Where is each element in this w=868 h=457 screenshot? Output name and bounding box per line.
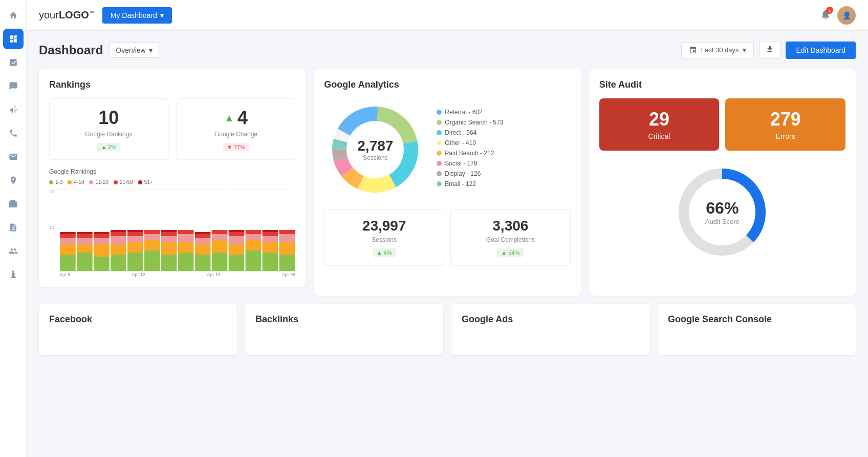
- sidebar-bag-icon[interactable]: [3, 194, 24, 214]
- svg-rect-69: [279, 234, 295, 242]
- sidebar-megaphone-icon[interactable]: [3, 99, 24, 120]
- legend-organic: Organic Search - 573: [437, 119, 503, 126]
- svg-rect-29: [144, 234, 160, 240]
- svg-rect-26: [127, 230, 143, 232]
- notification-badge: 1: [826, 7, 833, 14]
- download-button[interactable]: [759, 41, 780, 59]
- sidebar: [0, 0, 27, 457]
- sidebar-analytics-icon[interactable]: [3, 52, 24, 73]
- edit-dashboard-button[interactable]: Edit Dashboard: [786, 41, 856, 59]
- legend-email: Email - 122: [437, 180, 503, 188]
- errors-label: Errors: [735, 132, 835, 140]
- svg-rect-52: [229, 255, 245, 271]
- donut-center: 2,787 Sessions: [357, 138, 393, 161]
- svg-rect-24: [127, 236, 143, 242]
- svg-rect-4: [60, 238, 76, 244]
- svg-rect-28: [144, 240, 160, 251]
- search-console-card: Google Search Console: [658, 304, 856, 355]
- svg-rect-12: [94, 257, 110, 271]
- svg-rect-10: [77, 234, 93, 238]
- svg-rect-64: [263, 236, 278, 242]
- svg-rect-54: [229, 236, 245, 244]
- svg-rect-6: [60, 232, 76, 234]
- legend-direct: Direct - 564: [437, 129, 503, 136]
- sidebar-home-icon[interactable]: [3, 5, 24, 26]
- sidebar-chat-icon[interactable]: [3, 76, 24, 96]
- svg-rect-25: [127, 232, 143, 236]
- svg-rect-34: [161, 236, 177, 242]
- svg-rect-27: [144, 251, 160, 271]
- legend-display: Display - 126: [437, 170, 503, 177]
- chart-x-labels: Apr 5 Apr 12 Apr 19 Apr 26: [59, 272, 295, 277]
- svg-rect-32: [161, 255, 177, 271]
- page-header: Dashboard Overview ▾ Last 30 days ▾ Edit…: [39, 41, 856, 59]
- svg-rect-66: [263, 230, 278, 232]
- svg-rect-65: [263, 232, 278, 236]
- bar-chart-wrapper: [59, 230, 295, 271]
- svg-rect-42: [195, 255, 211, 271]
- goal-completions-badge: ▲ 54%: [497, 248, 524, 257]
- sidebar-phone-icon[interactable]: [3, 123, 24, 143]
- sidebar-plugin-icon[interactable]: [3, 264, 24, 285]
- chart-title: Google Rankings: [49, 168, 295, 175]
- legend-51plus: 51+: [138, 179, 153, 185]
- svg-rect-56: [229, 230, 245, 232]
- google-rankings-value: 10: [58, 107, 160, 129]
- svg-rect-53: [229, 244, 245, 255]
- google-rankings-metric: 10 Google Rankings ▲ 2%: [49, 98, 168, 160]
- legend-paid: Paid Search - 212: [437, 150, 503, 157]
- notification-icon[interactable]: 1: [820, 9, 831, 22]
- legend-21-50: 21-50: [114, 179, 133, 185]
- sidebar-dashboard-icon[interactable]: [3, 29, 24, 49]
- svg-rect-58: [246, 240, 262, 251]
- critical-label: Critical: [610, 132, 709, 140]
- svg-rect-45: [195, 234, 211, 238]
- rankings-metrics: 10 Google Rankings ▲ 2% ▲ 4 Google Chang…: [49, 98, 295, 160]
- sidebar-email-icon[interactable]: [3, 147, 24, 167]
- donut-label: Sessions: [357, 154, 393, 161]
- sidebar-location-icon[interactable]: [3, 170, 24, 191]
- legend-1-3: 1-3: [49, 179, 62, 185]
- sidebar-users-icon[interactable]: [3, 241, 24, 261]
- svg-rect-43: [195, 244, 211, 255]
- total-sessions-label: Sessions: [333, 236, 436, 243]
- audit-metrics: 29 Critical 279 Errors: [599, 98, 845, 151]
- donut-legend: Referral - 602 Organic Search - 573 Dire…: [437, 109, 503, 191]
- svg-rect-59: [246, 234, 262, 240]
- facebook-title: Facebook: [49, 314, 227, 325]
- errors-value: 279: [735, 109, 835, 130]
- overview-button[interactable]: Overview ▾: [109, 43, 159, 58]
- audit-title: Site Audit: [599, 79, 845, 90]
- svg-rect-5: [60, 234, 76, 238]
- svg-rect-30: [144, 230, 160, 234]
- svg-rect-16: [94, 232, 110, 234]
- svg-rect-67: [279, 255, 295, 271]
- critical-value: 29: [610, 109, 709, 130]
- score-label: Audit Score: [705, 218, 740, 225]
- sidebar-doc-icon[interactable]: [3, 217, 24, 238]
- svg-rect-35: [161, 232, 177, 236]
- svg-rect-13: [94, 244, 110, 257]
- goal-completions-value: 3,306: [459, 218, 562, 234]
- svg-rect-37: [178, 253, 194, 271]
- svg-rect-49: [212, 234, 228, 240]
- donut-section: 2,787 Sessions Referral - 602 Organic Se…: [324, 98, 570, 201]
- avatar[interactable]: 👤: [837, 6, 856, 25]
- errors-box: 279 Errors: [725, 98, 845, 151]
- date-range-button[interactable]: Last 30 days ▾: [681, 42, 754, 58]
- svg-rect-48: [212, 240, 228, 253]
- svg-rect-21: [111, 230, 126, 232]
- dashboard-grid: Rankings 10 Google Rankings ▲ 2% ▲ 4 Goo…: [39, 69, 856, 296]
- main-content: yourLOGO™ My Dashboard ▾ 1 👤 Dashboard O…: [27, 0, 868, 457]
- bottom-row: Facebook Backlinks Google Ads Google Sea…: [39, 304, 856, 355]
- svg-rect-7: [77, 253, 93, 271]
- google-ads-title: Google Ads: [462, 314, 639, 325]
- my-dashboard-button[interactable]: My Dashboard ▾: [102, 7, 172, 24]
- google-rankings-badge: ▲ 2%: [97, 143, 120, 151]
- legend-other: Other - 410: [437, 139, 503, 147]
- svg-rect-19: [111, 236, 126, 244]
- svg-rect-63: [263, 242, 278, 253]
- header-actions: Last 30 days ▾ Edit Dashboard: [681, 41, 856, 59]
- svg-rect-14: [94, 238, 110, 244]
- svg-rect-46: [195, 232, 211, 234]
